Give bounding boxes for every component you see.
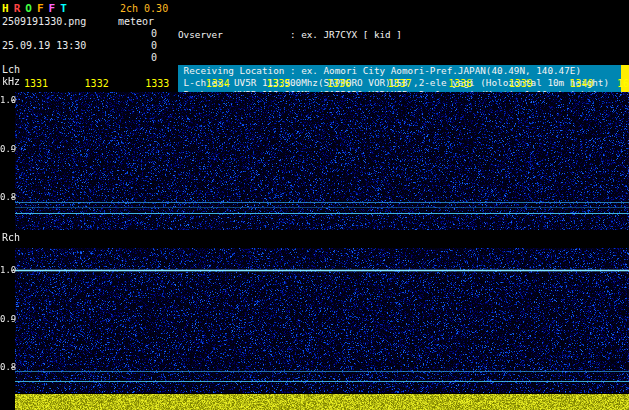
time-label: 1340: [569, 78, 593, 89]
rch-label: Rch: [2, 232, 20, 243]
time-axis: 1331133213331334133513361337133813391340…: [0, 78, 629, 89]
time-label: 1332: [85, 78, 109, 89]
tick-mark: [11, 367, 15, 368]
meteor-count-value: 0: [143, 40, 157, 51]
time-label: 1336: [327, 78, 351, 89]
meteor-counter-label: meteor: [118, 16, 154, 27]
header-config-line: Receiving Location : ex. Aomori City Aom…: [178, 65, 629, 77]
time-label: 1331: [24, 78, 48, 89]
meteor-count-value: 0: [143, 28, 157, 39]
time-label: 1337: [388, 78, 412, 89]
hrofft-output-screen: HROFFT 2ch 0.30 2509191330.png meteor 0 …: [0, 0, 629, 410]
rch-spectrogram: [15, 248, 629, 393]
tick-mark: [11, 149, 15, 150]
version-label: 2ch 0.30: [120, 3, 168, 14]
freq-unit-label: kHz: [2, 76, 20, 87]
logo-letter: F: [37, 2, 44, 15]
signal-level-bar: [15, 394, 629, 410]
tick-mark: [11, 270, 15, 271]
header-endcap-icon: [621, 65, 629, 77]
time-label: 1339: [509, 78, 533, 89]
time-label: 1338: [448, 78, 472, 89]
meteor-count-value: 0: [143, 52, 157, 63]
time-label: 1334: [206, 78, 230, 89]
tick-mark: [11, 197, 15, 198]
logo-letter: F: [49, 2, 56, 15]
time-label: 1335: [266, 78, 290, 89]
header-config-text: Receiving Location : ex. Aomori City Aom…: [178, 65, 581, 76]
observer-line: Ovserver : ex. JR7CYX [ kid ]: [178, 29, 629, 41]
time-edge-label: 16: [617, 78, 629, 89]
tick-mark: [11, 319, 15, 320]
logo-letter: H: [2, 2, 9, 15]
logo-letter: O: [25, 2, 32, 15]
logo-letter: R: [14, 2, 21, 15]
logo-letter: T: [60, 2, 67, 15]
datetime-label: 25.09.19 13:30: [2, 40, 86, 51]
lch-spectrogram: [15, 92, 629, 230]
filename-label: 2509191330.png: [2, 16, 86, 27]
tick-mark: [11, 100, 15, 101]
time-label: 1333: [145, 78, 169, 89]
lch-label: Lch: [2, 64, 20, 75]
app-logo: HROFFT: [2, 2, 72, 15]
